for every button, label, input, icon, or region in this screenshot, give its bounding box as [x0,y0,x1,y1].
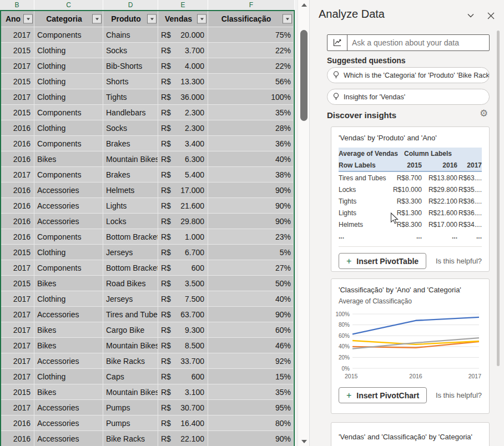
cell-ano[interactable]: 2017 [1,322,34,338]
cell-categoria[interactable]: Components [34,27,103,43]
cell-vendas[interactable]: R$7.500 [158,291,208,307]
cell-categoria[interactable]: Components [34,105,103,120]
pane-scrollbar-thumb[interactable] [497,31,500,366]
cell-ano[interactable]: 2017 [1,27,34,43]
cell-produto[interactable]: Bottom Brackets [103,260,158,276]
cell-ano[interactable]: 2016 [1,120,34,136]
cell-produto[interactable]: Helmets [103,183,158,198]
column-header-F[interactable]: F [208,0,295,10]
cell-classificacao[interactable]: 100% [208,89,294,105]
cell-categoria[interactable]: Clothing [34,74,103,89]
cell-classificacao[interactable]: 40% [208,151,294,167]
cell-categoria[interactable]: Accessories [34,214,103,229]
cell-classificacao[interactable]: 80% [208,415,294,431]
cell-categoria[interactable]: Clothing [34,369,103,384]
cell-produto[interactable]: Road Bikes [103,276,158,291]
cell-ano[interactable]: 2016 [1,183,34,198]
cell-ano[interactable]: 2017 [1,58,34,74]
cell-ano[interactable]: 2017 [1,369,34,384]
cell-vendas[interactable]: R$5.400 [158,167,208,183]
insert-pivottable-button[interactable]: + Insert PivotTable [339,253,426,269]
table-header-ano[interactable]: Ano [1,11,34,27]
cell-produto[interactable]: Bike Racks [103,431,158,446]
cell-classificacao[interactable]: 22% [208,58,294,74]
cell-ano[interactable]: 2015 [1,43,34,58]
cell-classificacao[interactable]: 90% [208,214,294,229]
cell-vendas[interactable]: R$22.100 [158,431,208,446]
cell-vendas[interactable]: R$600 [158,369,208,384]
cell-vendas[interactable]: R$3.100 [158,384,208,400]
cell-vendas[interactable]: R$20.000 [158,27,208,43]
ask-question-input[interactable] [347,35,489,50]
cell-categoria[interactable]: Bikes [34,151,103,167]
cell-produto[interactable]: Pumps [103,415,158,431]
suggested-question[interactable]: Insights for 'Vendas' [327,89,490,105]
cell-classificacao[interactable]: 90% [208,307,294,322]
cell-categoria[interactable]: Bikes [34,276,103,291]
cell-produto[interactable]: Shorts [103,74,158,89]
cell-classificacao[interactable]: 56% [208,74,294,89]
cell-classificacao[interactable]: 5% [208,245,294,260]
cell-produto[interactable]: Brakes [103,136,158,151]
cell-classificacao[interactable]: 35% [208,384,294,400]
cell-categoria[interactable]: Accessories [34,431,103,446]
cell-classificacao[interactable]: 28% [208,120,294,136]
scroll-down-button[interactable] [298,437,310,446]
cell-ano[interactable]: 2017 [1,167,34,183]
cell-categoria[interactable]: Accessories [34,183,103,198]
cell-categoria[interactable]: Components [34,167,103,183]
cell-produto[interactable]: Caps [103,369,158,384]
cell-vendas[interactable]: R$13.300 [158,74,208,89]
cell-vendas[interactable]: R$600 [158,260,208,276]
cell-produto[interactable]: Cargo Bike [103,322,158,338]
cell-produto[interactable]: Mountain Bikes [103,384,158,400]
cell-vendas[interactable]: R$9.300 [158,322,208,338]
cell-vendas[interactable]: R$63.700 [158,307,208,322]
cell-produto[interactable]: Mountain Bikes [103,151,158,167]
cell-categoria[interactable]: Clothing [34,43,103,58]
filter-button-classificacao[interactable] [283,14,292,24]
cell-categoria[interactable]: Clothing [34,291,103,307]
cell-produto[interactable]: Lights [103,198,158,214]
cell-classificacao[interactable]: 90% [208,183,294,198]
cell-vendas[interactable]: R$29.800 [158,214,208,229]
cell-classificacao[interactable]: 27% [208,260,294,276]
chart-query-button[interactable] [327,35,347,50]
cell-categoria[interactable]: Accessories [34,307,103,322]
cell-ano[interactable]: 2017 [1,353,34,369]
cell-categoria[interactable]: Accessories [34,353,103,369]
cell-ano[interactable]: 2015 [1,74,34,89]
cell-vendas[interactable]: R$2.300 [158,120,208,136]
cell-produto[interactable]: Socks [103,120,158,136]
table-header-produto[interactable]: Produto [103,11,158,27]
cell-ano[interactable]: 2016 [1,229,34,245]
cell-classificacao[interactable]: 38% [208,167,294,183]
cell-vendas[interactable]: R$6.300 [158,151,208,167]
cell-ano[interactable]: 2017 [1,260,34,276]
cell-vendas[interactable]: R$4.000 [158,58,208,74]
filter-button-produto[interactable] [147,14,157,24]
cell-produto[interactable]: Mountain Bikes [103,338,158,353]
cell-ano[interactable]: 2017 [1,338,34,353]
cell-produto[interactable]: Tights [103,89,158,105]
cell-produto[interactable]: Jerseys [103,291,158,307]
cell-classificacao[interactable]: 95% [208,400,294,415]
cell-classificacao[interactable]: 75% [208,27,294,43]
cell-produto[interactable]: Locks [103,214,158,229]
pane-close-button[interactable] [484,9,497,22]
column-header-B[interactable]: B [0,0,34,10]
cell-vendas[interactable]: R$8.500 [158,338,208,353]
cell-vendas[interactable]: R$17.000 [158,183,208,198]
cell-categoria[interactable]: Bikes [34,338,103,353]
cell-vendas[interactable]: R$1.000 [158,229,208,245]
cell-categoria[interactable]: Components [34,260,103,276]
cell-produto[interactable]: Brakes [103,167,158,183]
cell-categoria[interactable]: Bikes [34,384,103,400]
cell-vendas[interactable]: R$3.400 [158,136,208,151]
cell-ano[interactable]: 2016 [1,151,34,167]
cell-classificacao[interactable]: 40% [208,291,294,307]
cell-ano[interactable]: 2015 [1,245,34,260]
cell-ano[interactable]: 2016 [1,214,34,229]
is-this-helpful-link[interactable]: Is this helpful? [436,257,482,265]
cell-classificacao[interactable]: 90% [208,198,294,214]
